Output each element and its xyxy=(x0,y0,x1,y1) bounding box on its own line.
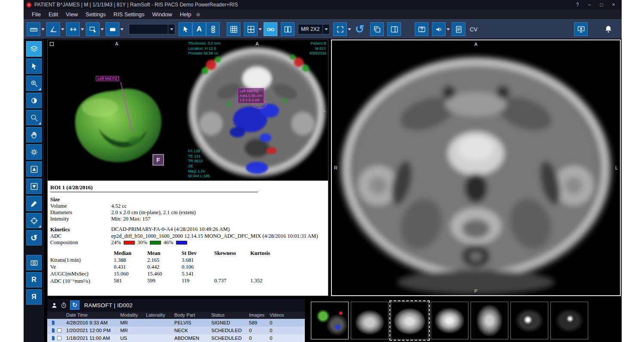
study-row[interactable]: 1/20/2021 12:00 PM MR NECK SCHEDULED 0 0 xyxy=(47,327,305,334)
person-icon xyxy=(51,302,58,309)
menu-file[interactable]: File xyxy=(28,10,45,18)
marquee-tool-button[interactable] xyxy=(86,22,100,36)
col-body-part[interactable]: Body Part xyxy=(173,312,210,318)
report-button[interactable] xyxy=(452,22,465,36)
refresh-button[interactable]: ↻ xyxy=(70,300,79,310)
parametric-mri-view[interactable]: A L Thickness: 3.0 mm Location: H 12.6 P… xyxy=(186,40,328,181)
flip-horizontal-tool[interactable]: Я xyxy=(26,289,42,305)
study-checkbox[interactable] xyxy=(57,328,61,333)
stack-scroll-tool[interactable] xyxy=(26,41,42,57)
measure-dropdown-caret-icon[interactable] xyxy=(41,28,45,30)
minimize-button[interactable]: – xyxy=(584,1,595,9)
marquee-dropdown-caret-icon[interactable] xyxy=(100,28,104,30)
pen-icon xyxy=(30,200,38,208)
arrow-annotation-button[interactable] xyxy=(66,22,80,36)
menu-window[interactable]: Window xyxy=(149,10,176,18)
hanging-protocol-caret-icon[interactable] xyxy=(322,24,329,34)
menu-settings[interactable]: Settings xyxy=(82,10,109,18)
series-layout-button[interactable] xyxy=(244,22,258,36)
prostate-3d-rendering xyxy=(48,40,186,181)
thumbnail-series-4[interactable] xyxy=(431,302,468,339)
angle-tool-button[interactable] xyxy=(46,22,60,36)
reset-tool[interactable]: ↺ xyxy=(26,230,42,245)
notifications-button[interactable] xyxy=(601,22,615,36)
shutter-dropdown-caret-icon[interactable] xyxy=(120,28,124,30)
shortcuts-help-button[interactable] xyxy=(415,22,428,36)
close-button[interactable]: × xyxy=(608,1,619,9)
annotation-pen-tool[interactable] xyxy=(26,196,42,211)
magnifier-tool[interactable] xyxy=(26,110,42,125)
col-status[interactable]: Status xyxy=(210,312,248,318)
pan-tool[interactable] xyxy=(26,127,42,142)
study-file-icon xyxy=(51,320,56,325)
maximize-button[interactable]: □ xyxy=(596,1,607,9)
shutter-tool-button[interactable] xyxy=(106,22,119,36)
thumbnail-series-5[interactable] xyxy=(471,302,508,339)
roi-stats-table: Median Mean St Dev Skewness Kurtosis Ktr… xyxy=(50,250,324,284)
link-stacks-button[interactable] xyxy=(264,22,277,36)
zoom-tool[interactable] xyxy=(26,76,42,91)
study-checkbox[interactable] xyxy=(57,336,61,340)
composition-swatch-red xyxy=(124,241,135,245)
hanging-protocol-select[interactable]: MR 2X2 xyxy=(298,24,330,34)
export-image-tool[interactable] xyxy=(26,255,42,270)
menu-gear-icon[interactable]: ⊗ xyxy=(196,12,200,18)
menu-edit[interactable]: Edit xyxy=(45,10,62,18)
audio-dropdown-caret-icon[interactable] xyxy=(447,28,450,30)
col-laterality[interactable]: Laterality xyxy=(145,312,173,318)
angle-dropdown-caret-icon[interactable] xyxy=(61,28,64,30)
text-annotation-button[interactable]: A xyxy=(192,22,206,36)
help-window-button[interactable]: ? xyxy=(572,1,583,9)
series-layout-caret-icon[interactable] xyxy=(258,28,262,30)
menu-ris-settings[interactable]: RIS Settings xyxy=(109,10,148,18)
arrow-dropdown-caret-icon[interactable] xyxy=(81,28,84,30)
dictation-audio-button[interactable] xyxy=(432,22,446,36)
menu-help[interactable]: Help xyxy=(176,10,195,18)
fit-dropdown-caret-icon[interactable] xyxy=(348,28,351,30)
spine-label-button[interactable] xyxy=(206,22,220,36)
thumbnail-series-6[interactable] xyxy=(510,302,548,339)
viewport-right[interactable]: A R L P xyxy=(331,39,621,296)
orientation-reset-tool[interactable]: R xyxy=(26,272,42,288)
pointer-tool-button[interactable] xyxy=(179,22,192,36)
thumbnail-series-2[interactable] xyxy=(351,302,389,339)
col-videos[interactable]: Videos xyxy=(269,312,288,318)
localizer-tool[interactable] xyxy=(26,213,42,228)
patient-button[interactable] xyxy=(51,302,58,309)
panel-layout-button[interactable] xyxy=(387,22,401,36)
layers-icon xyxy=(30,45,38,53)
measure-tool-button[interactable] xyxy=(27,22,40,36)
thumbnail-series-7[interactable] xyxy=(550,302,588,339)
hand-icon xyxy=(30,131,38,139)
thumbnail-series-1[interactable] xyxy=(311,302,349,339)
reset-view-button[interactable]: ↺ xyxy=(353,22,367,36)
col-date-time[interactable]: Date Time xyxy=(65,312,119,318)
study-file-icon xyxy=(51,336,56,341)
ramsoft-logo-icon xyxy=(26,2,32,8)
viewport-left[interactable]: A Left Mid PZ F xyxy=(47,39,328,296)
invert-contrast-tool[interactable] xyxy=(26,93,42,108)
size-row-label: Volume xyxy=(50,203,111,209)
viewport-left-images: A Left Mid PZ F xyxy=(48,40,328,181)
study-row[interactable]: 1/18/2021 11:00 AM US ABDOMEN SCHEDULED … xyxy=(47,334,305,342)
prostate-3d-view[interactable]: A Left Mid PZ F xyxy=(48,40,186,181)
annotation-select-caret-icon[interactable] xyxy=(168,24,175,34)
thumbnail-series-3[interactable] xyxy=(391,302,428,339)
compare-layout-button[interactable] xyxy=(281,22,295,36)
col-modality[interactable]: Modality xyxy=(119,312,145,318)
study-row[interactable]: 4/28/2016 9:33 AM MR PELVIS SIGNED 589 0 xyxy=(47,319,305,327)
help-keyboard-icon xyxy=(418,25,426,33)
clone-viewport-button[interactable] xyxy=(370,22,384,36)
next-image-tool[interactable] xyxy=(26,179,42,194)
window-level-tool[interactable] xyxy=(26,144,42,160)
menu-view[interactable]: View xyxy=(62,10,82,18)
close-study-button[interactable] xyxy=(574,22,588,36)
triangle-down-icon xyxy=(30,182,38,191)
col-images[interactable]: Images xyxy=(248,312,269,318)
image-layout-button[interactable] xyxy=(227,22,240,36)
history-button[interactable] xyxy=(61,302,67,309)
annotation-preset-select[interactable] xyxy=(129,24,175,34)
pointer-select-tool[interactable] xyxy=(26,58,42,74)
fit-to-window-button[interactable] xyxy=(333,22,347,36)
previous-image-tool[interactable] xyxy=(26,161,42,177)
